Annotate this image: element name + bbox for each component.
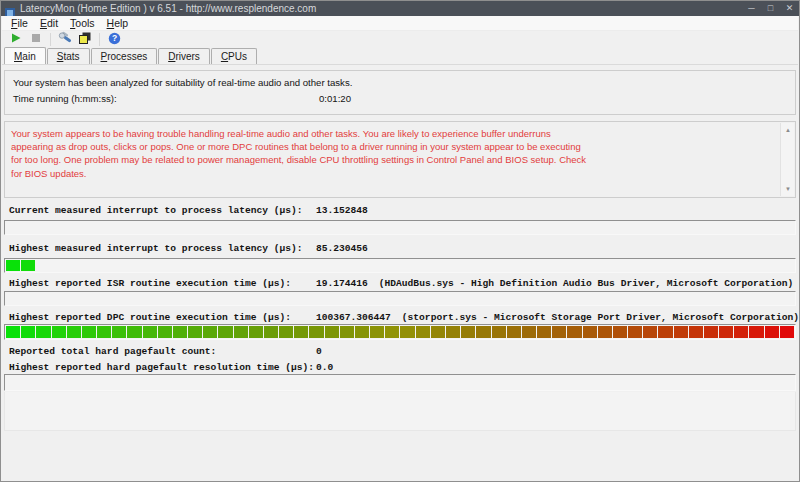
bar-segment-empty	[188, 260, 202, 271]
tab-cpus[interactable]: CPUs	[211, 48, 257, 64]
bar-segment-empty	[127, 376, 141, 389]
bar-segment-empty	[749, 376, 763, 389]
bar-segment-empty	[522, 293, 536, 304]
scroll-down-icon[interactable]: ▼	[781, 183, 795, 195]
bar-segment	[461, 326, 475, 338]
menu-item-help[interactable]: Help	[101, 16, 135, 31]
latency-bar	[4, 258, 796, 273]
menu-item-edit[interactable]: Edit	[34, 16, 64, 31]
bar-segment-empty	[279, 376, 293, 389]
start-monitor-button[interactable]	[6, 32, 26, 48]
bar-segment	[234, 326, 248, 338]
bar-segment-empty	[249, 293, 263, 304]
bar-segment-empty	[218, 260, 232, 271]
bar-segment	[689, 326, 703, 338]
bar-segment	[446, 326, 460, 338]
bar-segment-empty	[309, 222, 323, 233]
bar-segment-empty	[492, 376, 506, 389]
menu-item-tools[interactable]: Tools	[64, 16, 101, 31]
bar-segment-empty	[719, 260, 733, 271]
bar-segment-empty	[173, 376, 187, 389]
bar-segment-empty	[537, 260, 551, 271]
bar-segment-empty	[704, 260, 718, 271]
bar-segment-empty	[492, 260, 506, 271]
bar-segment-empty	[309, 293, 323, 304]
tab-drivers[interactable]: Drivers	[158, 48, 210, 64]
stop-monitor-button[interactable]	[26, 32, 46, 48]
bar-segment-empty	[719, 376, 733, 389]
metric-value: 100367.306447	[316, 312, 391, 323]
metric-detail: (HDAudBus.sys - High Definition Audio Bu…	[379, 278, 794, 289]
tab-processes[interactable]: Processes	[91, 48, 158, 64]
bar-segment-empty	[552, 260, 566, 271]
bar-segment-empty	[340, 260, 354, 271]
tab-main[interactable]: Main	[4, 47, 46, 64]
bar-segment-empty	[6, 376, 20, 389]
bar-segment-empty	[613, 376, 627, 389]
bar-segment	[522, 326, 536, 338]
warning-scrollbar[interactable]: ▲ ▼	[780, 123, 794, 196]
bar-segment-empty	[264, 293, 278, 304]
latency-bar-track	[6, 260, 794, 271]
bar-segment-empty	[294, 260, 308, 271]
bar-segment-empty	[264, 260, 278, 271]
tab-stats[interactable]: Stats	[47, 48, 90, 64]
latency-bar	[4, 291, 796, 306]
bar-segment-empty	[355, 260, 369, 271]
bar-segment-empty	[765, 260, 779, 271]
metric-label: Reported total hard pagefault count:	[9, 346, 216, 357]
bar-segment-empty	[658, 293, 672, 304]
bar-segment-empty	[583, 260, 597, 271]
time-running-line: Time running (h:mm:ss): 0:01:20	[10, 91, 790, 107]
latency-bar	[4, 220, 796, 235]
bar-segment-empty	[674, 293, 688, 304]
bar-segment-empty	[643, 260, 657, 271]
bar-segment-empty	[97, 260, 111, 271]
bar-segment-empty	[173, 260, 187, 271]
menu-item-file[interactable]: File	[5, 16, 34, 31]
bar-segment-empty	[188, 222, 202, 233]
report-windows-button[interactable]	[75, 32, 95, 48]
bar-segment-empty	[643, 222, 657, 233]
minimize-button[interactable]: ─	[742, 1, 761, 16]
bar-segment-empty	[400, 260, 414, 271]
close-button[interactable]: ✕	[780, 1, 799, 16]
bar-segment-empty	[203, 376, 217, 389]
bar-segment-empty	[476, 293, 490, 304]
bar-segment-empty	[734, 376, 748, 389]
bar-segment-empty	[400, 293, 414, 304]
bar-segment-empty	[294, 222, 308, 233]
maximize-button[interactable]: □	[761, 1, 780, 16]
analyze-tools-button[interactable]	[55, 32, 75, 48]
bar-segment-empty	[340, 376, 354, 389]
bar-segment-empty	[249, 376, 263, 389]
metric-value-group: 13.152848	[316, 205, 368, 216]
scroll-up-icon[interactable]: ▲	[781, 124, 795, 136]
bar-segment	[218, 326, 232, 338]
metric-row: Current measured interrupt to process la…	[1, 205, 799, 218]
help-button[interactable]: ?	[104, 32, 124, 48]
bar-segment-empty	[234, 376, 248, 389]
bar-segment-empty	[780, 376, 794, 389]
bar-segment-empty	[143, 222, 157, 233]
bar-segment-empty	[158, 222, 172, 233]
bar-segment-empty	[507, 260, 521, 271]
bar-segment-empty	[279, 222, 293, 233]
bar-segment-empty	[21, 293, 35, 304]
bar-segment-empty	[355, 293, 369, 304]
bar-segment-empty	[492, 222, 506, 233]
toolbar: ?	[2, 31, 798, 48]
bar-segment-empty	[476, 222, 490, 233]
layered-windows-icon	[78, 31, 92, 48]
bar-segment-empty	[628, 260, 642, 271]
bar-segment-empty	[112, 293, 126, 304]
bar-segment	[507, 326, 521, 338]
bar-segment-empty	[431, 222, 445, 233]
bar-segment-empty	[385, 222, 399, 233]
bar-segment-empty	[522, 222, 536, 233]
bar-segment	[6, 326, 20, 338]
bar-segment-empty	[309, 260, 323, 271]
bar-segment-empty	[370, 293, 384, 304]
bar-segment-empty	[385, 260, 399, 271]
metric-value-group: 0.0	[316, 362, 333, 373]
